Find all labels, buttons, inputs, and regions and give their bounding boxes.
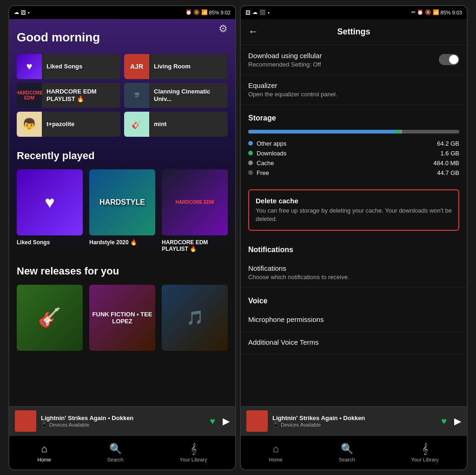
- cellular-toggle[interactable]: [439, 54, 459, 65]
- library-icon-right: 𝄞: [422, 443, 428, 455]
- legend-cache: Cache 484.0 MB: [248, 160, 459, 167]
- new-releases-row: 🎸 FUNK FICTION • TEE LOPEZ 🎵: [17, 285, 228, 351]
- heart-button-right[interactable]: ♥: [441, 416, 447, 427]
- settings-gear-icon[interactable]: ⚙: [218, 23, 228, 35]
- alarm-icon-r: ⏰: [417, 9, 423, 15]
- dot-cache: [248, 161, 253, 165]
- alarm-icon: ⏰: [185, 9, 192, 15]
- cellular-setting[interactable]: Download using cellular Recommended Sett…: [241, 45, 467, 75]
- nr-item-1[interactable]: 🎸: [17, 285, 83, 351]
- microphone-setting[interactable]: Microphone permissions: [241, 309, 467, 332]
- cache-value: 484.0 MB: [433, 160, 459, 167]
- battery-right: 85%: [441, 10, 451, 15]
- mini-player-sub-right: 📱 Devices Available: [272, 421, 436, 428]
- back-button[interactable]: ←: [248, 26, 258, 38]
- clanning-thumb: 🎬: [124, 83, 149, 108]
- nav-home-left[interactable]: ⌂ Home: [37, 443, 51, 462]
- status-bar-left: ☁ 🖼 • ⏰ 🔕 📶 85% 9:02: [9, 6, 235, 19]
- settings-content: Download using cellular Recommended Sett…: [241, 45, 467, 406]
- liked-songs-thumb: ♥: [17, 54, 42, 79]
- battery-left: 85%: [209, 10, 219, 15]
- home-label-right: Home: [269, 457, 282, 462]
- free-value: 44.7 GB: [437, 169, 459, 176]
- storage-bar-container: Other apps 64.2 GB Downloads 1.6 GB Cach…: [241, 126, 467, 184]
- additional-voice-title: Additional Voice Terms: [248, 338, 459, 346]
- new-releases-title: New releases for you: [17, 265, 228, 277]
- tpaz-label: t+pazolite: [46, 120, 74, 128]
- mini-player-right[interactable]: Lightnin' Strikes Again • Dokken 📱 Devic…: [241, 406, 467, 436]
- other-apps-value: 64.2 GB: [437, 140, 459, 147]
- mini-player-thumb-left: [15, 410, 36, 432]
- liked-songs-label: Liked Songs: [46, 63, 82, 70]
- mini-player-info-right: Lightnin' Strikes Again • Dokken 📱 Devic…: [272, 415, 436, 428]
- recently-played-row: ♥ Liked Songs HARDSTYLE Hardstyle 2020 🔥…: [17, 169, 228, 252]
- hardcore-thumb: HARDCORE EDM: [17, 83, 42, 108]
- downloads-label: Downloads: [257, 150, 437, 157]
- mini-player-left[interactable]: Lightnin' Strikes Again • Dokken 📱 Devic…: [9, 406, 235, 436]
- search-icon-left: 🔍: [109, 443, 122, 455]
- status-icons-right: 🖼 ☁ ⬛ •: [245, 9, 270, 15]
- settings-header: ← Settings: [241, 19, 467, 45]
- mute-icon-r: 🔕: [425, 9, 431, 15]
- nav-search-right[interactable]: 🔍 Search: [339, 443, 355, 462]
- delete-cache-item[interactable]: Delete cache You can free up storage by …: [248, 189, 459, 231]
- nr-item-2[interactable]: FUNK FICTION • TEE LOPEZ: [89, 285, 155, 351]
- search-icon-right: 🔍: [341, 443, 353, 455]
- storage-bar: [248, 130, 459, 134]
- library-label-left: Your Library: [180, 457, 207, 462]
- pencil-icon-r: ✏: [411, 9, 416, 15]
- grid-item-liked-songs[interactable]: ♥ Liked Songs: [17, 54, 120, 79]
- status-bar-right: 🖼 ☁ ⬛ • ✏ ⏰ 🔕 📶 85% 9:03: [241, 6, 467, 19]
- grid-item-mint[interactable]: 🎸 mint: [124, 112, 228, 137]
- nav-library-right[interactable]: 𝄞 Your Library: [411, 443, 439, 462]
- nr-thumb-2: FUNK FICTION • TEE LOPEZ: [89, 285, 155, 351]
- play-button-right[interactable]: ▶: [454, 415, 461, 427]
- nr-thumb-1: 🎸: [17, 285, 83, 351]
- rp-hardstyle[interactable]: HARDSTYLE Hardstyle 2020 🔥: [89, 169, 155, 252]
- notifications-setting[interactable]: Notifications Choose which notifications…: [241, 258, 467, 288]
- heart-button-left[interactable]: ♥: [210, 416, 215, 427]
- other-apps-label: Other apps: [257, 140, 433, 147]
- mute-icon: 🔕: [193, 9, 200, 15]
- devices-icon-right: 📱: [272, 421, 279, 428]
- nav-home-right[interactable]: ⌂ Home: [269, 443, 282, 462]
- status-right-r: ✏ ⏰ 🔕 📶 85% 9:03: [411, 9, 462, 15]
- nav-library-left[interactable]: 𝄞 Your Library: [180, 443, 207, 462]
- square-icon-r: ⬛: [259, 9, 266, 15]
- nr-item-3[interactable]: 🎵: [162, 285, 228, 351]
- notifications-title: Notifications: [248, 264, 459, 272]
- grid-item-hardcore-edm[interactable]: HARDCORE EDM HARDCORE EDM PLAYLIST 🔥: [17, 83, 120, 108]
- cache-label: Cache: [257, 160, 430, 167]
- play-button-left[interactable]: ▶: [223, 415, 230, 427]
- image-icon: 🖼: [21, 10, 26, 15]
- dot-other-apps: [248, 141, 253, 146]
- storage-section-header: Storage: [241, 105, 467, 126]
- bottom-nav-left: ⌂ Home 🔍 Search 𝄞 Your Library: [9, 436, 235, 469]
- rp-hardcore-thumb: HARDCORE EDM: [162, 169, 228, 235]
- nr-thumb-3: 🎵: [162, 285, 228, 351]
- home-label-left: Home: [37, 457, 51, 462]
- rp-liked-label: Liked Songs: [17, 239, 83, 246]
- dot-downloads: [248, 151, 253, 155]
- grid-item-tpazolite[interactable]: 👦 t+pazolite: [17, 112, 120, 137]
- greeting-text: Good morning: [17, 30, 228, 45]
- cloud-icon-r: ☁: [252, 9, 258, 15]
- hardcore-edm-label: HARDCORE EDM PLAYLIST 🔥: [46, 88, 120, 102]
- grid-item-living-room[interactable]: AJR Living Room: [124, 54, 228, 79]
- recently-played-title: Recently played: [17, 150, 228, 162]
- grid-item-clanning[interactable]: 🎬 Clanning Cinematic Univ...: [124, 83, 228, 108]
- bottom-nav-right: ⌂ Home 🔍 Search 𝄞 Your Library: [241, 436, 467, 469]
- search-label-left: Search: [107, 457, 124, 462]
- mini-player-info-left: Lightnin' Strikes Again • Dokken 📱 Devic…: [41, 415, 205, 428]
- equalizer-title: Equalizer: [248, 81, 459, 89]
- storage-bar-downloads: [396, 130, 400, 134]
- settings-title: Settings: [264, 27, 443, 37]
- living-room-thumb: AJR: [124, 54, 149, 79]
- additional-voice-setting[interactable]: Additional Voice Terms: [241, 332, 467, 355]
- rp-hardcore-edm[interactable]: HARDCORE EDM HARDCORE EDM PLAYLIST 🔥: [162, 169, 228, 252]
- rp-liked-songs[interactable]: ♥ Liked Songs: [17, 169, 83, 252]
- mini-player-title-right: Lightnin' Strikes Again • Dokken: [272, 415, 436, 421]
- equalizer-setting[interactable]: Equalizer Open the equalizer control pan…: [241, 75, 467, 105]
- equalizer-sub: Open the equalizer control panel.: [248, 91, 459, 98]
- nav-search-left[interactable]: 🔍 Search: [107, 443, 124, 462]
